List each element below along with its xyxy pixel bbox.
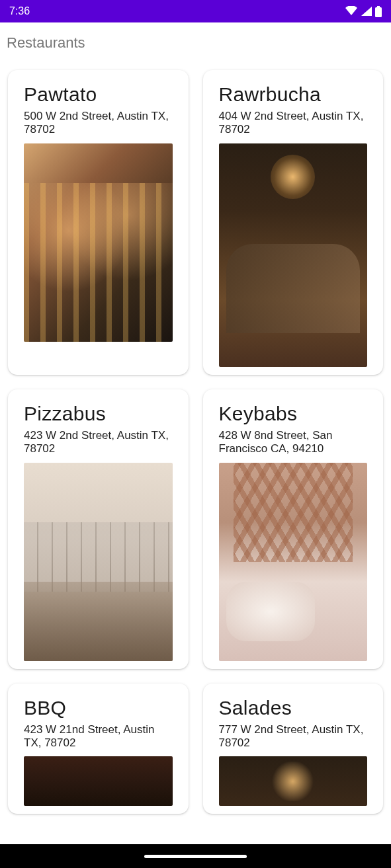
restaurant-name: Pizzabus bbox=[24, 403, 173, 425]
status-time: 7:36 bbox=[9, 5, 30, 17]
restaurant-name: Pawtato bbox=[24, 83, 173, 106]
restaurant-card[interactable]: Pawtato 500 W 2nd Street, Austin TX, 787… bbox=[8, 70, 189, 375]
signal-icon bbox=[361, 6, 372, 17]
restaurant-card[interactable]: Rawrbucha 404 W 2nd Street, Austin TX, 7… bbox=[203, 70, 384, 375]
restaurant-image bbox=[219, 143, 368, 367]
restaurant-name: Keybabs bbox=[219, 403, 368, 425]
restaurant-image bbox=[24, 143, 173, 342]
restaurant-image bbox=[24, 756, 173, 806]
restaurant-address: 500 W 2nd Street, Austin TX, 78702 bbox=[24, 110, 173, 137]
restaurant-name: Rawrbucha bbox=[219, 83, 368, 106]
restaurant-card[interactable]: BBQ 423 W 21nd Street, Austin TX, 78702 bbox=[8, 684, 189, 814]
page-title: Restaurants bbox=[0, 22, 391, 63]
wifi-icon bbox=[345, 6, 358, 17]
restaurant-card[interactable]: Pizzabus 423 W 2nd Street, Austin TX, 78… bbox=[8, 389, 189, 669]
svg-rect-1 bbox=[375, 7, 382, 17]
restaurant-image bbox=[219, 463, 368, 661]
status-bar: 7:36 bbox=[0, 0, 391, 22]
home-indicator[interactable] bbox=[144, 855, 247, 858]
nav-bar bbox=[0, 844, 391, 868]
svg-rect-0 bbox=[377, 6, 380, 7]
restaurant-name: BBQ bbox=[24, 697, 173, 719]
status-icons bbox=[345, 6, 382, 17]
restaurant-address: 777 W 2nd Street, Austin TX, 78702 bbox=[219, 723, 368, 750]
restaurant-name: Salades bbox=[219, 697, 368, 719]
restaurant-address: 404 W 2nd Street, Austin TX, 78702 bbox=[219, 110, 368, 137]
restaurant-image bbox=[24, 463, 173, 661]
battery-icon bbox=[375, 6, 382, 17]
restaurant-grid: Pawtato 500 W 2nd Street, Austin TX, 787… bbox=[0, 63, 391, 820]
restaurant-address: 423 W 21nd Street, Austin TX, 78702 bbox=[24, 723, 173, 750]
restaurant-card[interactable]: Keybabs 428 W 8nd Street, San Francisco … bbox=[203, 389, 384, 669]
restaurant-address: 428 W 8nd Street, San Francisco CA, 9421… bbox=[219, 429, 368, 456]
restaurant-card[interactable]: Salades 777 W 2nd Street, Austin TX, 787… bbox=[203, 684, 384, 814]
restaurant-image bbox=[219, 756, 368, 806]
restaurant-address: 423 W 2nd Street, Austin TX, 78702 bbox=[24, 429, 173, 456]
